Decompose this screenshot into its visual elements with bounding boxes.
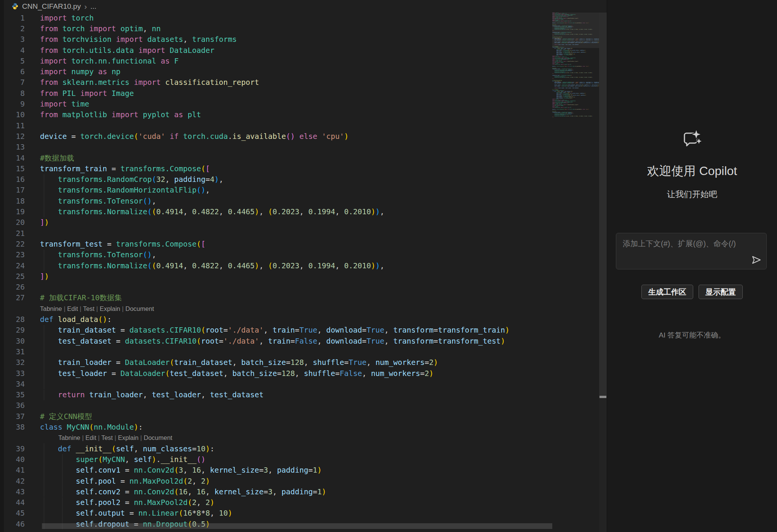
code-line-31[interactable]: 31 <box>4 346 552 357</box>
code-line-20[interactable]: 20]) <box>4 217 552 228</box>
code-line-21[interactable]: 21 <box>4 228 552 239</box>
code-line-14[interactable]: 14#数据加载 <box>4 153 552 163</box>
code-text: from sklearn.metrics import classificati… <box>40 78 259 87</box>
code-line-16[interactable]: 16 transforms.RandomCrop(32, padding=4), <box>4 174 552 185</box>
vertical-scrollbar-thumb[interactable] <box>599 13 607 398</box>
codelens-action-tabnine[interactable]: Tabnine <box>58 434 80 441</box>
code-line-29[interactable]: 29 train_dataset = datasets.CIFAR10(root… <box>4 325 552 336</box>
code-text: from PIL import Image <box>40 89 134 98</box>
line-number: 27 <box>4 293 25 302</box>
code-text: import time <box>40 100 89 108</box>
indent-guide <box>62 476 62 486</box>
line-number: 9 <box>4 100 25 108</box>
line-number: 22 <box>4 240 25 248</box>
code-line-10[interactable]: 10from matplotlib import pyplot as plt <box>4 110 552 120</box>
codelens-action-tabnine[interactable]: Tabnine <box>40 305 62 312</box>
indent-guide <box>44 196 44 206</box>
codelens-action-explain[interactable]: Explain <box>100 305 120 312</box>
line-number: 42 <box>4 477 25 486</box>
code-line-2[interactable]: 2from torch import optim, nn <box>4 23 552 34</box>
code-line-3[interactable]: 3from torchvision import datasets, trans… <box>4 34 552 45</box>
code-line-37[interactable]: 37# 定义CNN模型 <box>4 411 552 422</box>
indent-guide <box>44 443 44 454</box>
code-text: test_dataset = datasets.CIFAR10(root='./… <box>40 337 505 346</box>
code-line-15[interactable]: 15transform_train = transforms.Compose([ <box>4 163 552 174</box>
line-number: 37 <box>4 412 25 421</box>
code-editor[interactable]: 1import torch2from torch import optim, n… <box>4 0 607 532</box>
chat-input[interactable]: 添加上下文(#)、扩展(@)、命令(/) <box>616 233 767 269</box>
code-text: transforms.RandomHorizontalFlip(), <box>40 186 210 194</box>
codelens-action-edit[interactable]: Edit <box>67 305 78 312</box>
minimap[interactable]: import torchfrom torch import optim, nnf… <box>552 13 599 532</box>
line-number: 3 <box>4 35 25 44</box>
code-line-33[interactable]: 33 test_loader = DataLoader(test_dataset… <box>4 368 552 379</box>
code-line-27[interactable]: 27# 加载CIFAR-10数据集 <box>4 293 552 303</box>
show-config-button[interactable]: 显示配置 <box>699 285 743 299</box>
code-line-11[interactable]: 11 <box>4 120 552 131</box>
line-number: 21 <box>4 229 25 238</box>
code-line-43[interactable]: 43 self.conv2 = nn.Conv2d(16, 16, kernel… <box>4 486 552 497</box>
vscode-window: CNN_CIFAR10.py › ... 1import torch2from … <box>0 0 777 532</box>
code-line-18[interactable]: 18 transforms.ToTensor(), <box>4 196 552 206</box>
code-line-8[interactable]: 8from PIL import Image <box>4 88 552 99</box>
code-text: # 加载CIFAR-10数据集 <box>40 293 122 303</box>
line-number: 36 <box>4 401 25 410</box>
code-line-35[interactable]: 35 return train_loader, test_loader, tes… <box>4 390 552 400</box>
code-line-13[interactable]: 13 <box>4 142 552 153</box>
codelens-action-explain[interactable]: Explain <box>118 434 139 441</box>
copilot-chat-panel: 欢迎使用 Copilot 让我们开始吧 添加上下文(#)、扩展(@)、命令(/)… <box>607 0 777 532</box>
line-number: 31 <box>4 347 25 356</box>
indent-guide <box>44 260 44 271</box>
line-number: 24 <box>4 261 25 270</box>
code-line-25[interactable]: 25]) <box>4 271 552 282</box>
line-number: 39 <box>4 444 25 453</box>
code-line-38[interactable]: 38class MyCNN(nn.Module): <box>4 422 552 432</box>
code-text: from torch import optim, nn <box>40 24 161 33</box>
code-line-12[interactable]: 12device = torch.device('cuda' if torch.… <box>4 131 552 142</box>
code-line-4[interactable]: 4from torch.utils.data import DataLoader <box>4 45 552 56</box>
code-text: test_loader = DataLoader(test_dataset, b… <box>40 369 433 378</box>
code-line-44[interactable]: 44 self.pool2 = nn.MaxPool2d(2, 2) <box>4 497 552 508</box>
code-line-1[interactable]: 1import torch <box>4 13 552 23</box>
code-line-24[interactable]: 24 transforms.Normalize((0.4914, 0.4822,… <box>4 260 552 271</box>
code-line-9[interactable]: 9import time <box>4 99 552 109</box>
code-line-36[interactable]: 36 <box>4 400 552 411</box>
code-text: transforms.RandomCrop(32, padding=4), <box>40 175 223 184</box>
codelens-action-document[interactable]: Document <box>125 305 154 312</box>
code-line-7[interactable]: 7from sklearn.metrics import classificat… <box>4 77 552 88</box>
generate-workspace-button[interactable]: 生成工作区 <box>641 285 693 299</box>
code-line-19[interactable]: 19 transforms.Normalize((0.4914, 0.4822,… <box>4 206 552 217</box>
minimap-slider[interactable] <box>552 13 599 48</box>
horizontal-scrollbar-thumb[interactable] <box>42 523 552 529</box>
line-number: 33 <box>4 369 25 378</box>
code-line-32[interactable]: 32 train_loader = DataLoader(train_datas… <box>4 357 552 368</box>
code-text: from torch.utils.data import DataLoader <box>40 46 214 55</box>
line-number: 44 <box>4 498 25 507</box>
codelens-action-test[interactable]: Test <box>83 305 94 312</box>
code-line-40[interactable]: 40 super(MyCNN, self).__init__() <box>4 454 552 465</box>
codelens-action-edit[interactable]: Edit <box>85 434 96 441</box>
line-number: 15 <box>4 164 25 173</box>
indent-guide <box>44 185 44 196</box>
code-text: return train_loader, test_loader, test_d… <box>40 390 264 399</box>
code-line-30[interactable]: 30 test_dataset = datasets.CIFAR10(root=… <box>4 336 552 346</box>
code-line-28[interactable]: 28def load_data(): <box>4 314 552 325</box>
codelens-action-document[interactable]: Document <box>144 434 172 441</box>
indent-guide <box>44 346 44 357</box>
code-line-41[interactable]: 41 self.conv1 = nn.Conv2d(3, 16, kernel_… <box>4 465 552 476</box>
code-line-22[interactable]: 22transform_test = transforms.Compose([ <box>4 239 552 249</box>
code-line-17[interactable]: 17 transforms.RandomHorizontalFlip(), <box>4 185 552 196</box>
chat-input-placeholder: 添加上下文(#)、扩展(@)、命令(/) <box>623 239 736 249</box>
code-line-42[interactable]: 42 self.pool = nn.MaxPool2d(2, 2) <box>4 476 552 486</box>
code-line-26[interactable]: 26 <box>4 282 552 293</box>
indent-guide <box>62 486 62 497</box>
send-icon[interactable] <box>751 255 761 265</box>
code-line-5[interactable]: 5import torch.nn.functional as F <box>4 56 552 66</box>
code-line-39[interactable]: 39 def __init__(self, num_classes=10): <box>4 443 552 454</box>
code-line-34[interactable]: 34 <box>4 379 552 389</box>
codelens-action-test[interactable]: Test <box>101 434 113 441</box>
code-line-45[interactable]: 45 self.output = nn.Linear(16*8*8, 10) <box>4 508 552 519</box>
code-line-6[interactable]: 6import numpy as np <box>4 67 552 77</box>
code-line-23[interactable]: 23 transforms.ToTensor(), <box>4 250 552 260</box>
indent-guide <box>44 390 44 400</box>
